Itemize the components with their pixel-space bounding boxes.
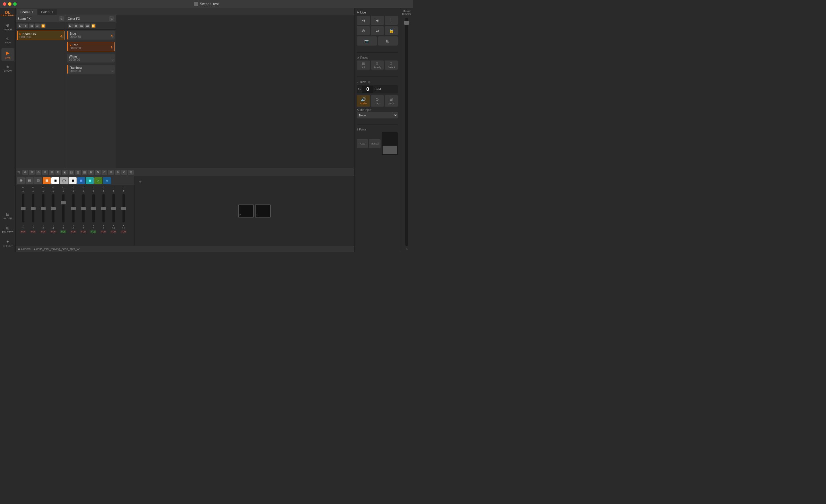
beam-fx-sort-btn[interactable]: ⇅ [59, 16, 64, 21]
sidebar-item-edit[interactable]: ✎ EDIT [1, 35, 14, 47]
fader-thumb-3[interactable] [41, 207, 46, 210]
color-fx-refresh-blue[interactable]: ↻ [111, 35, 114, 39]
transport-skip-back[interactable]: ⏮ [357, 16, 370, 25]
fader-thumb-9[interactable] [101, 207, 106, 210]
add-scene-btn[interactable]: + [138, 179, 143, 184]
action-snapshot-btn[interactable]: 📷 [357, 37, 377, 46]
audio-input-select[interactable]: None [357, 112, 398, 118]
action-settings-btn[interactable]: ⊞ [378, 37, 398, 46]
fader-tool-special1[interactable]: A [94, 177, 102, 184]
color-fx-item-blue[interactable]: Blue 00'00"88 ▲ ↻ [67, 31, 115, 40]
bpm-refresh-btn[interactable]: ↻ [358, 87, 361, 91]
beam-fx-refresh[interactable]: ↻ [61, 36, 63, 39]
fader-track-6[interactable] [72, 194, 74, 223]
color-fx-ff[interactable]: ⏩ [91, 23, 96, 28]
fader-thumb-10[interactable] [111, 207, 116, 210]
fader-tool-grid2[interactable]: ▥ [34, 177, 42, 184]
sidebar-item-patch[interactable]: ⊕ PATCH [1, 21, 14, 33]
view4-btn[interactable]: ▦ [82, 170, 87, 175]
color-fx-refresh-red[interactable]: ↻ [111, 47, 113, 50]
view5-btn[interactable]: ⊠ [88, 170, 94, 175]
zoom-out-btn[interactable]: ⊖ [29, 170, 35, 175]
beam-fx-prev[interactable]: ⏮ [29, 23, 34, 28]
fader-thumb-11[interactable] [121, 207, 126, 210]
fader-tool-cyan[interactable]: ◼ [86, 177, 94, 184]
tab-color-fx[interactable]: Color FX [38, 9, 57, 15]
view1-btn[interactable]: ▣ [62, 170, 68, 175]
color-fx-item-rainbow[interactable]: Rainbow 00'00"00 ↻ [67, 65, 115, 74]
view9-btn[interactable]: ⊕ [115, 170, 120, 175]
action-cancel-btn[interactable]: ⊘ [357, 26, 370, 35]
reset-all-btn[interactable]: ⊞ All [357, 61, 370, 70]
tap-source-btn[interactable]: ⊙ Tap [371, 95, 384, 107]
color-fx-refresh-rainbow[interactable]: ↻ [111, 69, 114, 72]
fader-tool-blue[interactable]: ◼ [77, 177, 85, 184]
fader-track-7[interactable] [82, 194, 84, 223]
zoom-in-btn[interactable]: ⊕ [22, 170, 28, 175]
add-col-btn[interactable]: ⊞ [49, 170, 55, 175]
fader-thumb-7[interactable] [81, 207, 86, 210]
action-lock-btn[interactable]: 🔒 [385, 26, 398, 35]
sidebar-item-palette[interactable]: ⊞ PALETTE [1, 223, 14, 236]
beam-fx-next[interactable]: ⏭ [35, 23, 40, 28]
beam-fx-ff[interactable]: ⏩ [41, 23, 46, 28]
zoom-100-btn[interactable]: ⊚ [42, 170, 48, 175]
fader-thumb-5[interactable] [61, 201, 66, 204]
color-fx-pause[interactable]: ⏸ [73, 23, 78, 28]
fader-thumb-4[interactable] [51, 207, 56, 210]
beam-fx-pause[interactable]: ⏸ [23, 23, 28, 28]
zoom-fit-btn[interactable]: ⊙ [36, 170, 41, 175]
minimize-button[interactable] [8, 2, 11, 6]
scene-block-1[interactable]: 1 [255, 205, 271, 217]
view8-btn[interactable]: ⊗ [108, 170, 114, 175]
maximize-button[interactable] [13, 2, 17, 6]
transport-skip-fwd[interactable]: ⏭ [371, 16, 384, 25]
reset-select-btn[interactable]: ⊡ Select [385, 61, 398, 70]
fader-tool-grid[interactable]: ⊞ [17, 177, 25, 184]
fader-thumb-2[interactable] [31, 207, 36, 210]
audio-source-btn[interactable]: 🔊 Audio [357, 95, 370, 107]
fader-track-1[interactable] [22, 194, 24, 223]
fader-tool-special2[interactable]: N [103, 177, 111, 184]
grid-btn[interactable]: ⊟ [55, 170, 61, 175]
sidebar-item-live[interactable]: ▶ LIVE [1, 48, 14, 61]
midi-source-btn[interactable]: ⊞ MIDI [385, 95, 398, 107]
close-button[interactable] [3, 2, 6, 6]
fader-tool-bars[interactable]: ▤ [25, 177, 34, 184]
sidebar-item-effect[interactable]: ✦ EFFECT [1, 237, 14, 250]
color-fx-prev[interactable]: ⏮ [79, 23, 84, 28]
color-fx-sort-btn[interactable]: ⇅ [109, 16, 114, 21]
color-fx-item-white[interactable]: White 00'00"00 ↻ [67, 54, 115, 63]
sidebar-item-fader[interactable]: ⊟ FADER [1, 209, 14, 222]
pulse-auto-btn[interactable]: Auto [357, 139, 368, 148]
fader-thumb-6[interactable] [71, 207, 76, 210]
fader-track-4[interactable] [52, 194, 55, 223]
fader-tool-circle[interactable]: ◯ [60, 177, 68, 184]
pulse-slider[interactable] [382, 132, 398, 155]
reset-family-btn[interactable]: ⊟ Family [371, 61, 384, 70]
master-dimmer-track[interactable] [405, 18, 408, 246]
view10-btn[interactable]: ⊘ [121, 170, 127, 175]
color-fx-item-red[interactable]: ▶ Red 00'00"00 ▲ ↻ [67, 42, 115, 51]
view6-btn[interactable]: ↻ [95, 170, 101, 175]
transport-pause[interactable]: ⏸ [385, 16, 398, 25]
fader-thumb-8[interactable] [91, 207, 96, 210]
view2-btn[interactable]: ▤ [68, 170, 74, 175]
view3-btn[interactable]: ▥ [75, 170, 81, 175]
fader-thumb-1[interactable] [21, 207, 25, 210]
scene-block-2[interactable]: 2 [238, 205, 254, 217]
fader-track-2[interactable] [32, 194, 35, 223]
master-dimmer-thumb[interactable] [404, 21, 409, 25]
view11-btn[interactable]: ⊞ [128, 170, 134, 175]
fader-track-9[interactable] [102, 194, 105, 223]
beam-fx-play[interactable]: ▶ [17, 23, 23, 28]
pulse-manual-btn[interactable]: Manual [369, 139, 380, 148]
fader-tool-white2[interactable]: ◼ [68, 177, 76, 184]
fader-tool-white[interactable]: ◼ [51, 177, 59, 184]
fader-tool-active[interactable]: ▦ [43, 177, 51, 184]
fader-track-8[interactable] [92, 194, 95, 223]
color-fx-next[interactable]: ⏭ [85, 23, 90, 28]
tab-beam-fx[interactable]: Beam FX [17, 9, 37, 15]
fader-track-11[interactable] [122, 194, 125, 223]
action-shuffle-btn[interactable]: ⇄ [371, 26, 384, 35]
